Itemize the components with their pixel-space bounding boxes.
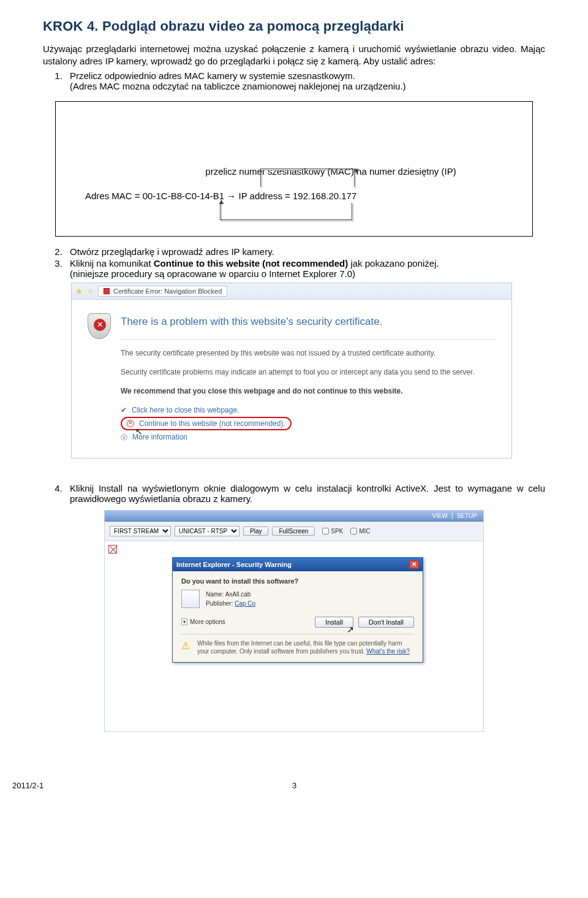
- step-3-suffix: jak pokazano poniżej.: [348, 258, 439, 268]
- more-options-label: More options: [190, 618, 225, 625]
- cert-error-icon: [104, 288, 110, 294]
- step-3: Kliknij na komunikat Continue to this we…: [65, 258, 545, 279]
- dont-install-button[interactable]: Don't Install: [358, 617, 414, 628]
- install-button[interactable]: Install: [315, 617, 353, 628]
- favorites-star-icon[interactable]: ★: [75, 286, 83, 296]
- mic-checkbox[interactable]: MIC: [350, 528, 370, 535]
- doc-revision: 2011/2-1: [12, 781, 43, 790]
- viewer-nav-bar: VIEW | SETUP: [105, 511, 483, 522]
- cert-error-recommend: We recommend that you close this webpage…: [121, 386, 496, 397]
- name-label: Name:: [206, 591, 224, 598]
- step-title: KROK 4. Podgląd obrazu video za pomocą p…: [43, 18, 545, 34]
- highlight-ring: Continue to this website (not recommende…: [121, 417, 292, 430]
- stream-select[interactable]: FIRST STREAM: [110, 526, 171, 536]
- more-options-toggle[interactable]: ▾ More options: [181, 618, 225, 625]
- step-1-note: (Adres MAC mozna odczytać na tabliczce z…: [70, 81, 406, 91]
- publisher-label: Publisher:: [206, 600, 233, 607]
- missing-plugin-icon: [108, 545, 117, 554]
- dialog-titlebar: Internet Explorer - Security Warning ✕: [173, 558, 423, 571]
- warning-shield-icon: ⚠: [181, 639, 191, 656]
- nav-divider: |: [451, 512, 453, 519]
- add-favorites-icon[interactable]: ✧: [87, 286, 94, 296]
- whats-the-risk-link[interactable]: What's the risk?: [366, 648, 410, 655]
- page-footer: 2011/2-1 3: [43, 781, 545, 790]
- browser-tab[interactable]: Certificate Error: Navigation Blocked: [98, 286, 227, 297]
- file-icon: [181, 590, 200, 608]
- file-name: AxAll.cab: [225, 591, 251, 598]
- check-circle-icon: ✔: [121, 406, 127, 414]
- step-1: Przelicz odpowiednio adres MAC kamery w …: [65, 70, 545, 91]
- step-2: Otwórz przeglądarkę i wprowadź adres IP …: [65, 246, 545, 257]
- dialog-title: Internet Explorer - Security Warning: [176, 561, 292, 568]
- more-information-link[interactable]: ⓥ More information: [121, 433, 496, 442]
- publisher-link[interactable]: Cap Co: [235, 600, 255, 607]
- cast-select[interactable]: UNICAST - RTSP: [175, 526, 239, 536]
- nav-view-link[interactable]: VIEW: [432, 512, 448, 519]
- arrow-down-icon: ▼: [352, 166, 360, 175]
- continue-website-link[interactable]: Continue to this website (not recommende…: [121, 417, 496, 430]
- viewer-toolbar: FIRST STREAM UNICAST - RTSP Play FullScr…: [105, 522, 483, 541]
- nav-setup-link[interactable]: SETUP: [457, 512, 477, 519]
- error-circle-icon: [127, 420, 134, 427]
- page-number: 3: [43, 781, 545, 790]
- fullscreen-button[interactable]: FullScreen: [272, 527, 315, 536]
- close-webpage-label: Click here to close this webpage.: [132, 406, 239, 414]
- shield-error-icon: [88, 313, 111, 339]
- expand-circle-icon: ⓥ: [121, 433, 127, 442]
- dialog-question: Do you want to install this software?: [181, 577, 414, 585]
- step-4: Kliknij Install na wyświetlonym oknie di…: [65, 483, 545, 504]
- continue-website-label: Continue to this website (not recommende…: [139, 419, 285, 428]
- ie-cert-error-screenshot: ★ ✧ Certificate Error: Navigation Blocke…: [71, 283, 512, 459]
- ie-tab-bar: ★ ✧ Certificate Error: Navigation Blocke…: [72, 283, 511, 300]
- cert-error-p2: Security certificate problems may indica…: [121, 367, 496, 378]
- close-webpage-link[interactable]: ✔ Click here to close this webpage.: [121, 406, 496, 414]
- play-button[interactable]: Play: [243, 527, 268, 536]
- camera-viewer-screenshot: VIEW | SETUP FIRST STREAM UNICAST - RTSP…: [104, 510, 484, 732]
- step-3-prefix: Kliknij na komunikat: [70, 258, 154, 268]
- cert-error-p1: The security certificate presented by th…: [121, 348, 496, 359]
- cursor-icon: ↖: [135, 427, 143, 436]
- cert-error-heading: There is a problem with this website's s…: [121, 316, 496, 328]
- chevron-down-icon: ▾: [181, 618, 187, 625]
- mac-diagram-box: ▼ Adres MAC = 00-1C-B8-C0-14-B1 → IP add…: [55, 101, 533, 237]
- step-3-bold: Continue to this website (not recommende…: [154, 258, 349, 268]
- tab-label: Certificate Error: Navigation Blocked: [113, 287, 222, 295]
- dialog-close-button[interactable]: ✕: [409, 560, 419, 569]
- security-warning-dialog: Internet Explorer - Security Warning ✕ D…: [172, 557, 423, 663]
- intro-paragraph: Używając przeglądarki internetowej można…: [43, 43, 545, 68]
- step-3-note: (niniejsze procedury są opracowane w opa…: [70, 268, 355, 279]
- spk-checkbox[interactable]: SPK: [322, 528, 343, 535]
- step-1-text: Przelicz odpowiednio adres MAC kamery w …: [70, 70, 355, 81]
